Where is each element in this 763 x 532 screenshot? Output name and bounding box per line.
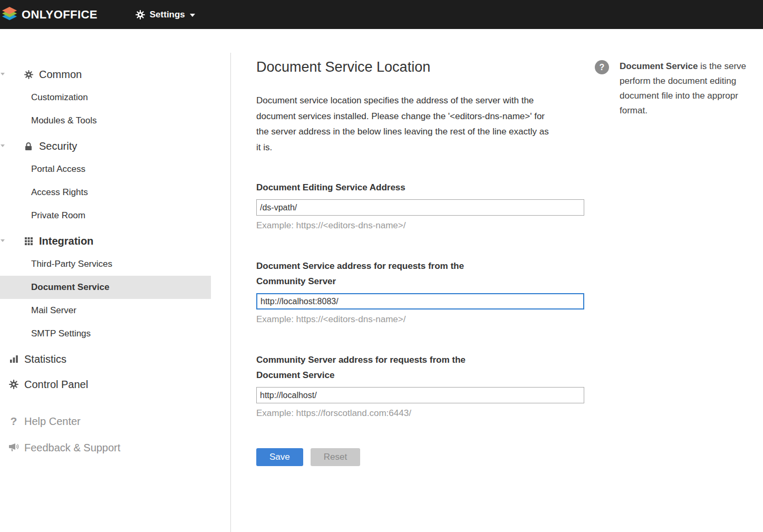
sidebar-item-label: Portal Access [31,164,85,175]
sidebar-item-third-party-services[interactable]: Third-Party Services [0,253,211,276]
sidebar-item-document-service[interactable]: Document Service [0,276,211,299]
save-button[interactable]: Save [256,448,303,466]
document-service-location-section: Document Service Location Document servi… [256,59,585,466]
field-label: Document Editing Service Address [256,180,509,195]
sidebar-item-label: Control Panel [24,379,88,391]
question-icon: ? [8,415,20,428]
sidebar-item-integration[interactable]: Integration [0,229,211,253]
sidebar-item-label: Access Rights [31,187,88,198]
gear-icon [136,10,145,20]
help-line: perform the document editing [620,74,763,89]
sidebar-item-control-panel[interactable]: Control Panel [0,373,211,396]
sidebar-item-feedback-support[interactable]: Feedback & Support [0,436,211,459]
sidebar-item-label: Mail Server [31,305,76,316]
topbar-settings-menu[interactable]: Settings [136,9,195,20]
sidebar-divider [230,53,231,532]
sidebar-item-mail-server[interactable]: Mail Server [0,299,211,322]
sidebar-item-customization[interactable]: Customization [0,86,211,109]
help-question-icon: ? [595,60,609,74]
bar-chart-icon [8,355,20,363]
sidebar-item-modules-tools[interactable]: Modules & Tools [0,109,211,132]
settings-menu-label: Settings [150,9,185,20]
field-label: Document Service address for requests fr… [256,258,509,289]
sidebar-item-label: Statistics [24,353,66,365]
sidebar-item-label: Feedback & Support [24,442,120,454]
sidebar-item-smtp-settings[interactable]: SMTP Settings [0,322,211,345]
sidebar-item-security[interactable]: Security [0,134,211,158]
intro-text: Document service location specifies the … [256,93,554,155]
field-example: Example: https://<editors-dns-name>/ [256,220,585,231]
form-buttons: Save Reset [256,448,585,466]
topbar: ONLYOFFICE Settings [0,0,763,29]
help-text: Document Service is the serve perform th… [620,59,763,118]
chevron-expander-icon[interactable] [1,144,5,147]
sidebar-item-label: Common [39,69,82,81]
sidebar-item-portal-access[interactable]: Portal Access [0,158,211,181]
sidebar-item-common[interactable]: Common [0,63,211,86]
help-line: format. [620,103,763,118]
chevron-down-icon [190,14,195,17]
help-term: Document Service [620,61,698,71]
help-panel: ? Document Service is the serve perform … [595,59,763,118]
gear-icon [8,380,20,389]
sidebar-item-private-room[interactable]: Private Room [0,204,211,227]
sidebar-item-label: Integration [39,235,93,247]
field-label: Community Server address for requests fr… [256,352,509,383]
sidebar-item-label: Third-Party Services [31,259,112,269]
brand-name: ONLYOFFICE [22,8,98,22]
community-server-address-input[interactable] [256,387,584,403]
field-community-server-address: Community Server address for requests fr… [256,352,585,419]
sidebar-item-label: Private Room [31,210,85,221]
field-document-editing-service-address: Document Editing Service Address Example… [256,180,585,231]
help-line-rest: is the serve [698,61,746,71]
grid-icon [23,237,34,245]
chevron-expander-icon[interactable] [1,73,5,75]
chevron-expander-icon[interactable] [1,239,5,242]
reset-button[interactable]: Reset [311,448,360,466]
field-document-service-address: Document Service address for requests fr… [256,258,585,325]
settings-sidebar: Common Customization Modules & Tools Sec… [0,61,211,459]
field-example: Example: https://<editors-dns-name>/ [256,314,585,325]
sidebar-item-help-center[interactable]: ? Help Center [0,410,211,433]
sidebar-item-access-rights[interactable]: Access Rights [0,181,211,204]
sidebar-item-label: Help Center [24,415,81,428]
sidebar-item-label: SMTP Settings [31,328,91,339]
sidebar-item-label: Customization [31,92,88,103]
sidebar-item-label: Modules & Tools [31,115,96,126]
sidebar-item-label: Document Service [31,282,109,293]
onlyoffice-brand[interactable]: ONLYOFFICE [0,6,98,23]
help-line: document file into the appropr [620,89,763,103]
lock-icon [23,142,34,151]
gear-icon [23,70,34,79]
onlyoffice-logo-icon [1,6,18,23]
sidebar-item-label: Security [39,140,77,152]
sidebar-item-statistics[interactable]: Statistics [0,347,211,371]
document-editing-service-address-input[interactable] [256,199,584,216]
document-service-address-input[interactable] [256,293,584,309]
megaphone-icon [8,443,20,452]
field-example: Example: https://forscotland.com:6443/ [256,408,585,419]
page-title: Document Service Location [256,59,585,75]
